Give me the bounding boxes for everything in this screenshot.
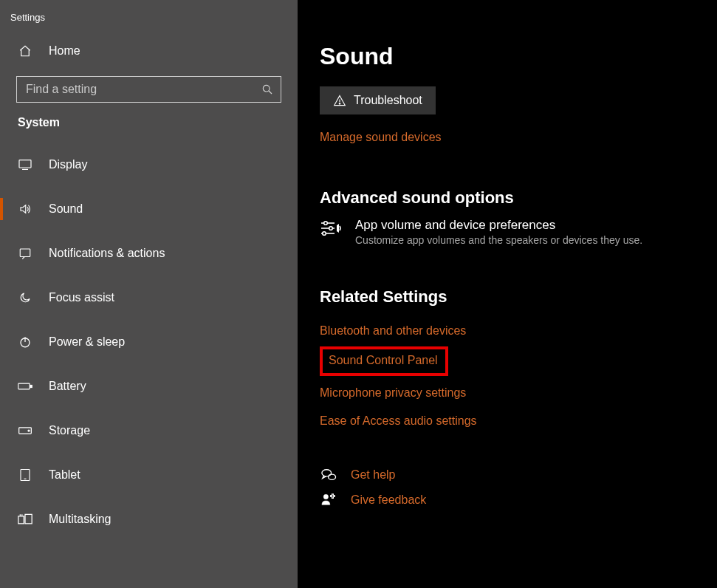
search-icon xyxy=(261,83,273,95)
svg-point-18 xyxy=(339,103,340,104)
home-button[interactable]: Home xyxy=(0,36,298,66)
storage-icon xyxy=(18,423,32,438)
tablet-icon xyxy=(18,468,32,482)
svg-rect-7 xyxy=(18,383,30,389)
sidebar-item-power-sleep[interactable]: Power & sleep xyxy=(0,320,298,364)
manage-sound-devices-link[interactable]: Manage sound devices xyxy=(320,131,442,144)
svg-point-22 xyxy=(329,227,333,230)
svg-line-1 xyxy=(269,91,272,94)
get-help-label: Get help xyxy=(351,468,395,482)
sidebar-item-battery[interactable]: Battery xyxy=(0,364,298,408)
app-volume-pref[interactable]: App volume and device preferences Custom… xyxy=(320,218,702,246)
settings-window: Settings Home System Display xyxy=(0,0,717,588)
sidebar-item-label: Sound xyxy=(49,202,83,216)
troubleshoot-button[interactable]: Troubleshoot xyxy=(320,86,436,114)
focus-assist-icon xyxy=(18,290,32,305)
svg-point-26 xyxy=(329,474,336,479)
advanced-title: Advanced sound options xyxy=(320,188,702,208)
sidebar-item-label: Display xyxy=(49,158,87,171)
get-help-link[interactable]: Get help xyxy=(320,468,702,482)
svg-rect-4 xyxy=(20,249,30,257)
related-title: Related Settings xyxy=(320,287,702,307)
svg-point-20 xyxy=(324,222,328,225)
feedback-icon xyxy=(320,493,337,507)
svg-point-25 xyxy=(322,470,332,476)
home-icon xyxy=(18,44,32,58)
sidebar-item-notifications[interactable]: Notifications & actions xyxy=(0,231,298,276)
display-icon xyxy=(18,157,32,172)
multitasking-icon xyxy=(18,512,32,527)
svg-point-24 xyxy=(323,232,326,236)
svg-point-0 xyxy=(263,85,270,92)
pref-title: App volume and device preferences xyxy=(355,218,642,233)
sidebar-item-label: Storage xyxy=(49,424,90,437)
related-ease-of-access-link[interactable]: Ease of Access audio settings xyxy=(320,410,477,432)
sidebar: Settings Home System Display xyxy=(0,0,298,588)
home-label: Home xyxy=(49,44,80,58)
svg-rect-13 xyxy=(18,516,24,524)
sidebar-item-label: Tablet xyxy=(49,468,80,482)
sidebar-item-label: Notifications & actions xyxy=(49,247,165,260)
category-label: System xyxy=(0,116,298,143)
pref-sub: Customize app volumes and the speakers o… xyxy=(355,234,642,246)
sidebar-item-label: Multitasking xyxy=(49,513,111,526)
sidebar-item-focus-assist[interactable]: Focus assist xyxy=(0,276,298,320)
svg-rect-14 xyxy=(25,514,32,524)
sidebar-item-storage[interactable]: Storage xyxy=(0,408,298,453)
power-icon xyxy=(18,335,32,349)
notifications-icon xyxy=(18,246,32,261)
sidebar-item-multitasking[interactable]: Multitasking xyxy=(0,497,298,541)
help-icon xyxy=(320,468,337,482)
search-input[interactable] xyxy=(26,83,261,96)
nav-list: Display Sound Notifications & actions Fo… xyxy=(0,143,298,541)
sidebar-item-label: Battery xyxy=(49,380,86,393)
svg-point-10 xyxy=(28,430,30,431)
app-title: Settings xyxy=(0,12,298,36)
sidebar-item-label: Power & sleep xyxy=(49,335,125,349)
search-box[interactable] xyxy=(16,76,281,103)
sidebar-item-display[interactable]: Display xyxy=(0,143,298,187)
search-wrap xyxy=(16,76,281,103)
give-feedback-label: Give feedback xyxy=(351,493,426,507)
sidebar-item-label: Focus assist xyxy=(49,291,114,304)
highlight-box: Sound Control Panel xyxy=(320,346,448,376)
page-title: Sound xyxy=(320,43,702,70)
related-microphone-link[interactable]: Microphone privacy settings xyxy=(320,382,466,404)
footer-links: Get help Give feedback xyxy=(320,468,702,507)
sliders-icon xyxy=(320,218,342,239)
related-bluetooth-link[interactable]: Bluetooth and other devices xyxy=(320,320,466,342)
give-feedback-link[interactable]: Give feedback xyxy=(320,493,702,507)
battery-icon xyxy=(18,379,32,394)
sidebar-item-tablet[interactable]: Tablet xyxy=(0,453,298,497)
warning-icon xyxy=(333,95,346,106)
svg-rect-2 xyxy=(19,160,31,168)
svg-rect-8 xyxy=(30,385,32,387)
related-sound-control-panel-link[interactable]: Sound Control Panel xyxy=(329,354,438,367)
troubleshoot-label: Troubleshoot xyxy=(354,94,422,107)
sidebar-item-sound[interactable]: Sound xyxy=(0,187,298,231)
svg-point-27 xyxy=(323,494,328,499)
main-panel: Sound Troubleshoot Manage sound devices … xyxy=(298,0,717,588)
sound-icon xyxy=(18,202,32,216)
